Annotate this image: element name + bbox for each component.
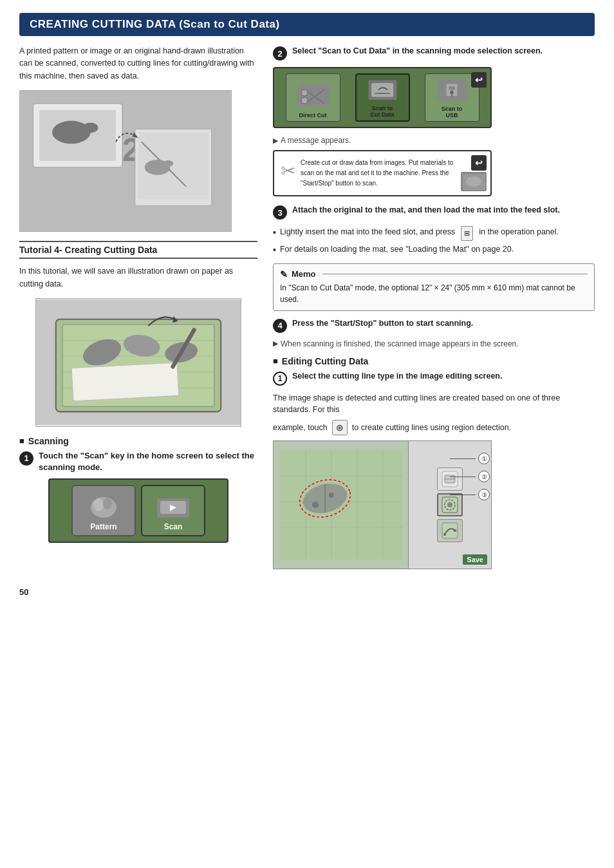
main-illustration: 2 (19, 90, 232, 232)
tutorial-heading: Tutorial 4- Creating Cutting Data (19, 241, 257, 259)
step4-arrow-msg: When scanning is finished, the scanned i… (273, 339, 595, 348)
svg-point-32 (301, 97, 308, 104)
svg-rect-22 (71, 363, 179, 401)
page-header: CREATING CUTTING DATA (Scan to Cut Data) (19, 13, 595, 36)
step2-text: Select "Scan to Cut Data" in the scannin… (292, 45, 595, 57)
message-back-btn[interactable]: ↩ (471, 155, 487, 171)
operation-panel-icon: ⊞ (461, 226, 473, 241)
callout-area: ① ② ③ (450, 453, 491, 500)
scan-mode-screen: ↩ Direct Cut (273, 67, 492, 128)
callout-1: ① (450, 453, 490, 464)
editing-step1-description1: The image shape is detected and cutting … (273, 392, 595, 417)
sketch-illustration (35, 298, 241, 427)
scan-button[interactable]: Scan (141, 485, 205, 536)
message-screen: ↩ ✂ Create cut or draw data from images.… (273, 150, 492, 196)
callout-3: ③ (450, 489, 490, 500)
step3-bullet2: For details on loading the mat, see "Loa… (273, 243, 595, 257)
page-number: 50 (19, 587, 595, 597)
right-column: 2 Select "Scan to Cut Data" in the scann… (273, 45, 595, 574)
editing-section-heading: Editing Cutting Data (273, 356, 595, 366)
editing-step1-circle: 1 (273, 372, 287, 386)
pattern-button[interactable]: Pattern (71, 485, 136, 536)
edit-icon-3[interactable] (437, 519, 463, 542)
touch-icon: ⊛ (332, 420, 348, 435)
svg-point-62 (447, 502, 452, 507)
step1-circle: 1 (19, 451, 33, 466)
step2-arrow-msg: A message appears. (273, 136, 595, 145)
svg-point-54 (312, 502, 319, 508)
message-content: Create cut or draw data from images. Put… (301, 158, 484, 189)
step1-row: 1 Touch the "Scan" key in the home scree… (19, 450, 257, 473)
svg-point-64 (443, 533, 446, 536)
editing-right-panel: ① ② ③ Save (409, 441, 491, 569)
memo-text: In "Scan to Cut Data" mode, the optional… (280, 282, 588, 305)
step3-row: 3 Attach the original to the mat, and th… (273, 204, 595, 220)
scanning-section-heading: Scanning (19, 436, 257, 446)
step3-bullet1: Lightly insert the mat into the feed slo… (273, 226, 595, 241)
save-button-mock[interactable]: Save (463, 554, 487, 565)
editing-left-panel (274, 441, 409, 569)
svg-point-3 (52, 121, 90, 144)
scan-to-cut-data-btn[interactable]: Scan toCut Data (355, 73, 410, 122)
editing-step1-text: Select the cutting line type in the imag… (292, 370, 595, 382)
svg-point-27 (103, 498, 112, 509)
left-column: A printed pattern or image or an origina… (19, 45, 257, 574)
back-button[interactable]: ↩ (471, 72, 487, 88)
step1-heading: Touch the "Scan" key in the home screen … (39, 450, 257, 473)
step3-text: Attach the original to the mat, and then… (292, 204, 595, 216)
memo-title: Memo (280, 269, 588, 279)
svg-point-4 (83, 123, 98, 133)
svg-point-65 (454, 529, 456, 532)
step4-row: 4 Press the "Start/Stop" button to start… (273, 317, 595, 333)
editing-step1-description2: example, touch ⊛ to create cutting lines… (273, 420, 595, 435)
home-screen-mockup: Pattern Scan (48, 478, 228, 543)
step4-circle: 4 (273, 319, 287, 333)
svg-rect-36 (371, 83, 393, 97)
direct-cut-btn[interactable]: Direct Cut (286, 73, 340, 122)
svg-point-31 (301, 90, 308, 96)
intro-text: A printed pattern or image or an origina… (19, 45, 257, 82)
step2-row: 2 Select "Scan to Cut Data" in the scann… (273, 45, 595, 61)
step4-text: Press the "Start/Stop" button to start s… (292, 317, 595, 330)
memo-box: Memo In "Scan to Cut Data" mode, the opt… (273, 263, 595, 311)
svg-point-40 (450, 91, 454, 95)
svg-point-26 (93, 498, 104, 511)
svg-point-11 (163, 160, 173, 167)
svg-point-43 (466, 176, 481, 187)
editing-step1-row: 1 Select the cutting line type in the im… (273, 370, 595, 386)
callout-2: ② (450, 471, 490, 482)
tutorial-subtext: In this tutorial, we will save an illust… (19, 265, 257, 290)
svg-point-55 (329, 493, 334, 498)
message-icon: ✂ (281, 158, 295, 189)
svg-rect-39 (449, 86, 454, 90)
message-thumbnail (461, 172, 487, 191)
editing-screen-mockup: ① ② ③ Save (273, 440, 492, 569)
step3-circle: 3 (273, 205, 287, 220)
step2-circle: 2 (273, 46, 287, 61)
